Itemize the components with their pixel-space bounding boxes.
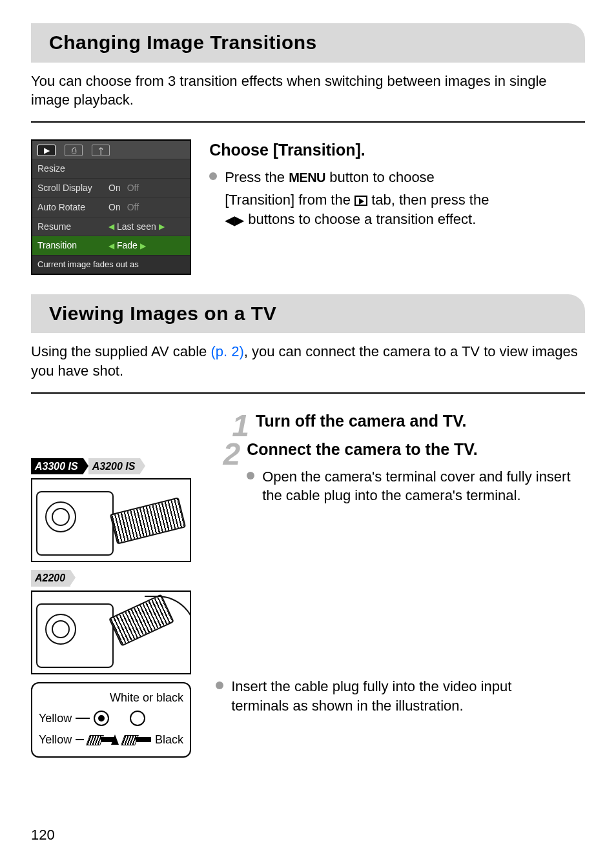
text-fragment: [Transition] from the <box>225 192 354 208</box>
plug-black-icon <box>123 732 139 747</box>
step-bullet: Press the MENU button to choose <box>209 168 571 187</box>
menu-label: Resume <box>37 221 108 233</box>
step-text: Open the camera's terminal cover and ful… <box>262 467 571 505</box>
arrow-right-icon: ▶ <box>159 221 165 232</box>
cable-label-black: Black <box>155 732 183 747</box>
menu-row-auto-rotate: Auto Rotate On Off <box>32 197 190 217</box>
cable-label-white-or-black: White or black <box>110 690 183 705</box>
menu-label: Scroll Display <box>37 182 108 194</box>
menu-label: Transition <box>37 239 108 252</box>
model-badge-a3300is: A3300 IS <box>31 458 83 475</box>
menu-value-on: On <box>108 182 121 194</box>
divider <box>31 392 585 394</box>
menu-row-transition: Transition ◀ Fade ▶ <box>32 236 190 255</box>
menu-value-off: Off <box>127 201 139 214</box>
menu-value-text: Fade <box>117 239 138 252</box>
section-heading-tv: Viewing Images on a TV <box>31 294 585 334</box>
text-fragment: Using the supplied AV cable <box>31 343 210 359</box>
menu-tabs: ▶ ⎙ ϯ <box>32 141 190 159</box>
menu-value-off: Off <box>127 182 139 194</box>
menu-word-icon: MENU <box>289 170 325 185</box>
tab-print-icon: ⎙ <box>65 145 83 156</box>
step-text-line: ◀▶ buttons to choose a transition effect… <box>225 210 571 229</box>
menu-row-resume: Resume ◀ Last seen ▶ <box>32 217 190 236</box>
left-right-buttons-icon: ◀▶ <box>225 212 244 229</box>
model-badges: A2200 <box>31 570 205 587</box>
cable-label-yellow: Yellow <box>39 732 72 747</box>
bullet-dot-icon <box>216 681 223 689</box>
step-text: Press the MENU button to choose <box>225 168 571 187</box>
menu-value: On Off <box>108 201 139 214</box>
menu-value: On Off <box>108 182 139 194</box>
divider <box>31 121 585 123</box>
jack-yellow-icon <box>94 711 109 726</box>
cable-label-yellow: Yellow <box>39 711 72 726</box>
section2-intro: Using the supplied AV cable (p. 2), you … <box>31 342 585 380</box>
step-title: Choose [Transition]. <box>209 139 571 161</box>
arrow-right-icon: ▶ <box>140 241 146 251</box>
model-badge-a3200is: A3200 IS <box>88 458 141 475</box>
menu-value-text: Last seen <box>117 221 156 233</box>
bullet-dot-icon <box>247 472 254 479</box>
camera-plug-illustration-2 <box>31 590 191 674</box>
model-badge-a2200: A2200 <box>31 570 70 587</box>
menu-row-resize: Resize <box>32 159 190 178</box>
heading-text: Changing Image Transitions <box>49 30 585 56</box>
section-heading-transitions: Changing Image Transitions <box>31 23 585 63</box>
menu-value-on: On <box>108 201 121 214</box>
plug-yellow-icon <box>88 732 105 747</box>
line-icon <box>76 739 83 740</box>
page-reference-link[interactable]: (p. 2) <box>210 343 243 359</box>
text-fragment: button to choose <box>325 169 435 185</box>
line-icon <box>76 718 90 719</box>
camera-plug-illustration-1 <box>31 478 191 562</box>
jack-white-black-icon <box>130 711 145 726</box>
step-title: Connect the camera to the TV. <box>247 439 571 461</box>
heading-text: Viewing Images on a TV <box>49 301 585 327</box>
text-fragment: buttons to choose a transition effect. <box>244 211 476 227</box>
menu-description: Current image fades out as <box>32 255 190 274</box>
playback-tab-icon <box>354 196 367 206</box>
step-text: Insert the cable plug fully into the vid… <box>231 677 571 715</box>
menu-label: Auto Rotate <box>37 201 108 214</box>
page-number: 120 <box>31 825 55 845</box>
arrow-left-icon: ◀ <box>108 241 114 251</box>
menu-row-scroll-display: Scroll Display On Off <box>32 178 190 197</box>
tv-cable-illustration: White or black Yellow Yellow Black <box>31 682 191 758</box>
menu-value: ◀ Last seen ▶ <box>108 221 165 233</box>
step-bullet: Open the camera's terminal cover and ful… <box>247 467 571 505</box>
step-title: Turn off the camera and TV. <box>256 410 585 432</box>
tab-tools-icon: ϯ <box>92 145 110 156</box>
text-fragment: tab, then press the <box>367 192 489 208</box>
model-badges: A3300 IS A3200 IS <box>31 458 205 475</box>
step-text-line: [Transition] from the tab, then press th… <box>225 190 571 210</box>
menu-value: ◀ Fade ▶ <box>108 239 146 252</box>
bullet-dot-icon <box>209 172 217 180</box>
step-bullet: Insert the cable plug fully into the vid… <box>216 677 571 715</box>
text-fragment: Press the <box>225 169 289 185</box>
transition-step: Choose [Transition]. Press the MENU butt… <box>209 139 571 229</box>
camera-menu-mock: ▶ ⎙ ϯ Resize Scroll Display On Off Auto … <box>31 139 191 275</box>
step-number-2: 2 <box>216 439 240 470</box>
menu-label: Resize <box>37 163 108 175</box>
tab-playback-icon: ▶ <box>37 145 56 156</box>
arrow-left-icon: ◀ <box>108 221 114 232</box>
section1-intro: You can choose from 3 transition effects… <box>31 72 585 110</box>
